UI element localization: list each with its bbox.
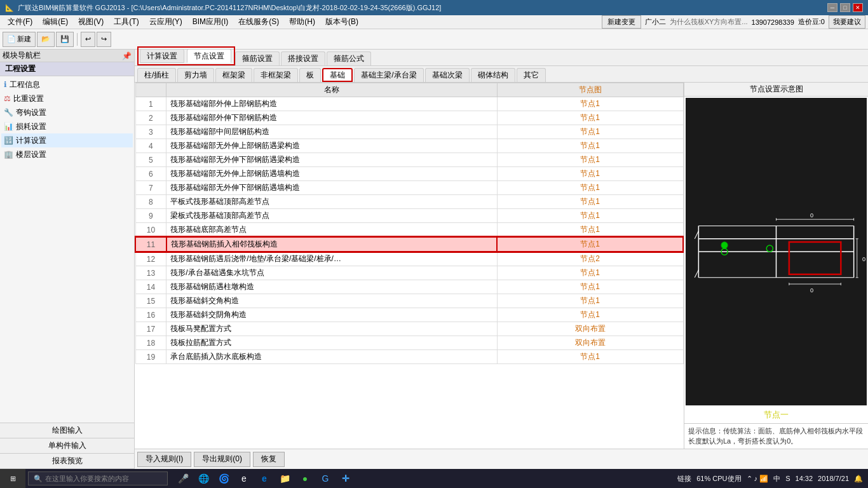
taskbar-edge-icon[interactable]: e bbox=[257, 471, 272, 486]
tab-node-settings[interactable]: 节点设置 bbox=[187, 49, 231, 63]
tab-calc-settings[interactable]: 计算设置 bbox=[140, 49, 184, 63]
drawing-input-button[interactable]: 绘图输入 bbox=[0, 423, 134, 438]
export-rules-button[interactable]: 导出规则(0) bbox=[194, 452, 250, 467]
search-placeholder-text: 在这里输入你要搜索的内容 bbox=[45, 474, 129, 484]
tab-foundation-sub-beam[interactable]: 基础次梁 bbox=[425, 68, 470, 82]
table-row[interactable]: 10 筏形基础底部高差节点 节点1 bbox=[135, 223, 683, 238]
close-button[interactable]: ✕ bbox=[853, 3, 863, 12]
table-row[interactable]: 15 筏形基础斜交角构造 节点1 bbox=[135, 294, 683, 308]
tab-foundation[interactable]: 基础 bbox=[322, 68, 353, 82]
row-id: 3 bbox=[135, 125, 166, 139]
tab-column[interactable]: 柱/插柱 bbox=[137, 68, 176, 82]
taskbar-folder-icon[interactable]: 📁 bbox=[277, 471, 292, 486]
menu-bim[interactable]: BIM应用(I) bbox=[187, 15, 234, 29]
single-component-button[interactable]: 单构件输入 bbox=[0, 438, 134, 454]
table-row[interactable]: 7 筏形基础端部无外伸下部钢筋遇墙构造 节点1 bbox=[135, 181, 683, 195]
restore-button[interactable]: 恢复 bbox=[253, 452, 285, 467]
sidebar-dock-icon[interactable]: 📌 bbox=[122, 51, 132, 60]
row-node: 节点1 bbox=[497, 223, 683, 238]
menu-file[interactable]: 文件(F) bbox=[3, 15, 37, 29]
row-id: 8 bbox=[135, 195, 166, 209]
menu-edit[interactable]: 编辑(E) bbox=[37, 15, 73, 29]
minimize-button[interactable]: ─ bbox=[827, 3, 837, 12]
table-row[interactable]: 12 筏形基础钢筋遇后浇带/地垫/承台梁/基础梁/桩承/… 节点2 bbox=[135, 252, 683, 266]
taskbar: ⊞ 🔍 在这里输入你要搜索的内容 🎤 🌐 🌀 e e 📁 ● G ✛ 链接 61… bbox=[0, 469, 868, 488]
sidebar-item-calc[interactable]: 🔢 计算设置 bbox=[1, 133, 133, 147]
table-area: 名称 节点图 1 筏形基础端部外伸上部钢筋构造 节点1 2 筏形基础端部外伸下部… bbox=[135, 83, 684, 449]
bottom-buttons: 导入规则(I) 导出规则(0) 恢复 bbox=[135, 449, 868, 469]
tab-stirrup-settings[interactable]: 箍筋设置 bbox=[235, 51, 280, 65]
new-button[interactable]: 📄 新建 bbox=[3, 32, 36, 47]
table-row[interactable]: 14 筏形基础钢筋遇柱墩构造 节点1 bbox=[135, 280, 683, 294]
table-row[interactable]: 2 筏形基础端部外伸下部钢筋构造 节点1 bbox=[135, 111, 683, 125]
report-preview-button[interactable]: 报表预览 bbox=[0, 454, 134, 469]
sidebar-item-weight[interactable]: ⚖ 比重设置 bbox=[1, 92, 133, 105]
tab-frame-beam[interactable]: 框架梁 bbox=[215, 68, 252, 82]
taskbar-browser-icon[interactable]: 🌀 bbox=[216, 471, 231, 486]
row-node: 节点1 bbox=[497, 294, 683, 308]
menu-cloud[interactable]: 云应用(Y) bbox=[144, 15, 187, 29]
table-row[interactable]: 9 梁板式筏形基础顶部高差节点 节点1 bbox=[135, 209, 683, 223]
table-row[interactable]: 6 筏形基础端部无外伸上部钢筋遇墙构造 节点1 bbox=[135, 167, 683, 181]
sidebar-item-loss[interactable]: 📊 损耗设置 bbox=[1, 119, 133, 133]
taskbar-green-icon[interactable]: ● bbox=[297, 471, 313, 486]
table-row[interactable]: 19 承台底筋插入防水底板构造 节点1 bbox=[135, 350, 683, 364]
floor-icon: 🏢 bbox=[4, 150, 13, 159]
row-name: 筏形基础底部高差节点 bbox=[166, 223, 497, 238]
table-row[interactable]: 18 筏板拉筋配置方式 双向布置 bbox=[135, 336, 683, 350]
undo-button[interactable]: ↩ bbox=[81, 32, 95, 47]
tab-other[interactable]: 其它 bbox=[517, 68, 546, 82]
sidebar-item-floor[interactable]: 🏢 楼层设置 bbox=[1, 147, 133, 161]
table-row[interactable]: 13 筏形/承台基础遇集水坑节点 节点1 bbox=[135, 266, 683, 280]
tab-masonry[interactable]: 砌体结构 bbox=[471, 68, 515, 82]
row-name: 筏形基础斜交阴角构造 bbox=[166, 308, 497, 322]
new-change-button[interactable]: 新建变更 bbox=[602, 15, 641, 29]
menu-tools[interactable]: 工具(T) bbox=[109, 15, 144, 29]
menu-view[interactable]: 视图(V) bbox=[73, 15, 109, 29]
table-row[interactable]: 5 筏形基础端部无外伸下部钢筋遇梁构造 节点1 bbox=[135, 153, 683, 167]
taskbar-plus-icon[interactable]: ✛ bbox=[338, 471, 353, 486]
tab-shear-wall[interactable]: 剪力墙 bbox=[177, 68, 214, 82]
sidebar-item-project-info[interactable]: ℹ 工程信息 bbox=[1, 78, 133, 92]
table-row[interactable]: 11 筏形基础钢筋插入相邻筏板构造 节点1 bbox=[135, 237, 683, 252]
redo-button[interactable]: ↪ bbox=[97, 32, 111, 47]
table-row[interactable]: 8 平板式筏形基础顶部高差节点 节点1 bbox=[135, 195, 683, 209]
tab-foundation-main-beam[interactable]: 基础主梁/承台梁 bbox=[354, 68, 423, 82]
maximize-button[interactable]: □ bbox=[840, 3, 850, 12]
sidebar-items: ℹ 工程信息 ⚖ 比重设置 🔧 弯钩设置 📊 损耗设置 🔢 计算设置 🏢 楼 bbox=[0, 76, 134, 423]
row-node: 节点1 bbox=[497, 153, 683, 167]
menu-online[interactable]: 在线服务(S) bbox=[233, 15, 284, 29]
row-name: 筏板拉筋配置方式 bbox=[166, 336, 497, 350]
menu-version[interactable]: 版本号(B) bbox=[320, 15, 363, 29]
table-row[interactable]: 16 筏形基础斜交阴角构造 节点1 bbox=[135, 308, 683, 322]
sidebar-item-hook[interactable]: 🔧 弯钩设置 bbox=[1, 105, 133, 119]
table-row[interactable]: 17 筏板马凳配置方式 双向布置 bbox=[135, 322, 683, 336]
tab-stirrup-formula[interactable]: 箍筋公式 bbox=[327, 51, 371, 65]
table-row[interactable]: 3 筏形基础端部中间层钢筋构造 节点1 bbox=[135, 125, 683, 139]
tab-overlap-settings[interactable]: 搭接设置 bbox=[281, 51, 325, 65]
taskbar-search[interactable]: 🔍 在这里输入你要搜索的内容 bbox=[28, 471, 168, 485]
project-info-icon: ℹ bbox=[4, 80, 7, 89]
tab-slab[interactable]: 板 bbox=[299, 68, 321, 82]
svg-text:0: 0 bbox=[810, 287, 813, 294]
import-rules-button[interactable]: 导入规则(I) bbox=[137, 452, 191, 467]
tab-non-frame-beam[interactable]: 非框架梁 bbox=[254, 68, 298, 82]
menu-help[interactable]: 帮助(H) bbox=[284, 15, 320, 29]
lang-indicator: 中 bbox=[773, 474, 780, 484]
notification-icon[interactable]: 🔔 bbox=[854, 475, 863, 483]
row-id: 6 bbox=[135, 167, 166, 181]
row-id: 5 bbox=[135, 153, 166, 167]
start-button[interactable]: ⊞ bbox=[0, 469, 25, 488]
sidebar-title: 模块导航栏 bbox=[3, 50, 41, 61]
table-row[interactable]: 4 筏形基础端部无外伸上部钢筋遇梁构造 节点1 bbox=[135, 139, 683, 153]
open-button[interactable]: 📂 bbox=[37, 32, 55, 47]
sidebar: 模块导航栏 📌 工程设置 ℹ 工程信息 ⚖ 比重设置 🔧 弯钩设置 📊 损耗设置 bbox=[0, 50, 135, 469]
taskbar-network-icon[interactable]: 🌐 bbox=[196, 471, 211, 486]
save-button[interactable]: 💾 bbox=[56, 32, 74, 47]
taskbar-ie-icon[interactable]: e bbox=[236, 471, 252, 486]
taskbar-app-icon[interactable]: 🎤 bbox=[175, 471, 191, 486]
table-row[interactable]: 1 筏形基础端部外伸上部钢筋构造 节点1 bbox=[135, 97, 683, 111]
cpu-usage-label: 61% CPU使用 bbox=[696, 474, 741, 484]
suggest-button[interactable]: 我要建议 bbox=[829, 15, 865, 29]
taskbar-blue-icon[interactable]: G bbox=[318, 471, 333, 486]
